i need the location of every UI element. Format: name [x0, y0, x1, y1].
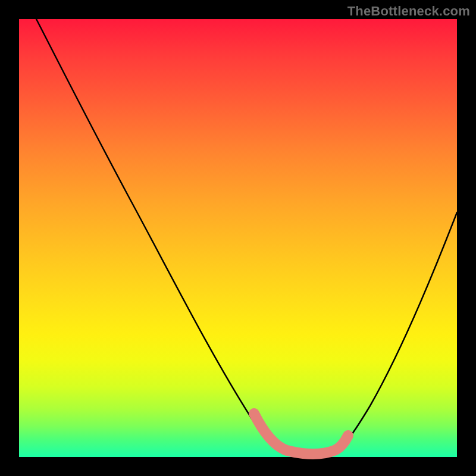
highlight-band — [254, 414, 348, 454]
chart-svg — [19, 19, 457, 457]
bottleneck-curve — [36, 19, 457, 455]
watermark-text: TheBottleneck.com — [347, 4, 470, 19]
chart-frame: TheBottleneck.com — [0, 0, 476, 476]
